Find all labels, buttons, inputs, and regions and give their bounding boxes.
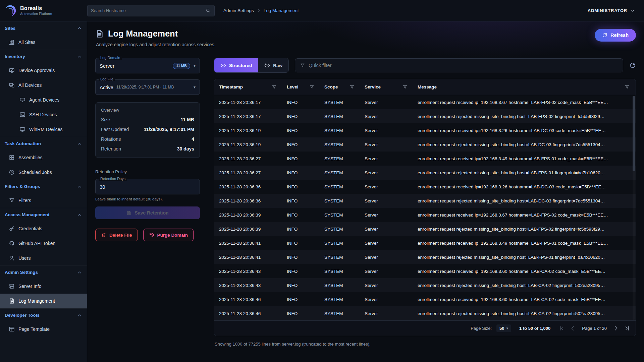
structured-toggle[interactable]: Structured [214, 58, 258, 72]
log-row[interactable]: 2025-11-28 20:36:27 INFO SYSTEM Server e… [214, 166, 636, 180]
page-subtitle: Analyze engine logs and adjust retention… [96, 42, 215, 47]
delete-file-button[interactable]: Delete File [95, 229, 138, 241]
log-file-select[interactable]: Log File Active 11/28/2025, 9:17:01 PM ·… [95, 79, 200, 95]
breadcrumb-admin-settings[interactable]: Admin Settings [223, 8, 254, 13]
log-table: Timestamp Level Scope [214, 79, 636, 336]
retention-helper-text: Leave blank to inherit default (30 days)… [95, 197, 200, 201]
page-size-label: Page Size: [471, 326, 492, 331]
column-header[interactable]: Service [361, 84, 414, 89]
sidebar-section-header[interactable]: Inventory [0, 50, 87, 63]
column-header[interactable]: Level [283, 84, 320, 89]
hostname-search-input[interactable] [91, 8, 203, 13]
cell-service: Server [361, 198, 414, 203]
retention-policy-heading: Retention Policy [95, 169, 200, 174]
log-table-body: 2025-11-28 20:36:17 INFO SYSTEM Server e… [214, 95, 636, 320]
log-domain-select[interactable]: Log Domain Server 11 MB ▾ [95, 58, 200, 73]
sidebar-item[interactable]: Device Approvals [0, 63, 87, 78]
sidebar-item-label: Device Approvals [18, 68, 55, 73]
log-row[interactable]: 2025-11-28 20:36:43 INFO SYSTEM Server e… [214, 264, 636, 278]
retention-days-field[interactable]: Retention Days [95, 179, 200, 194]
retention-days-input[interactable] [100, 184, 196, 190]
log-row[interactable]: 2025-11-28 20:36:39 INFO SYSTEM Server e… [214, 208, 636, 222]
column-header[interactable]: Message [414, 84, 636, 89]
cell-service: Server [361, 269, 414, 274]
log-row[interactable]: 2025-11-28 20:36:41 INFO SYSTEM Server e… [214, 250, 636, 264]
sidebar-item-label: Scheduled Jobs [18, 170, 52, 175]
log-row[interactable]: 2025-11-28 20:36:36 INFO SYSTEM Server e… [214, 194, 636, 208]
sidebar-item[interactable]: Filters [0, 193, 87, 208]
log-row[interactable]: 2025-11-28 20:36:19 INFO SYSTEM Server e… [214, 137, 636, 152]
log-row[interactable]: 2025-11-28 20:36:36 INFO SYSTEM Server e… [214, 180, 636, 194]
sidebar-item[interactable]: GitHub API Token [0, 236, 87, 251]
sidebar-item[interactable]: Server Info [0, 279, 87, 294]
sidebar-item[interactable]: Page Template [0, 322, 87, 337]
filter-icon[interactable] [350, 84, 355, 89]
page-size-select[interactable]: 50 ▾ [496, 324, 511, 332]
log-row[interactable]: 2025-11-28 20:36:43 INFO SYSTEM Server e… [214, 278, 636, 292]
filter-icon[interactable] [309, 84, 314, 89]
last-page-icon[interactable] [624, 325, 630, 331]
sidebar-item[interactable]: SSH Devices [0, 107, 87, 122]
reload-logs-icon[interactable] [629, 62, 636, 69]
log-row[interactable]: 2025-11-28 20:36:41 INFO SYSTEM Server e… [214, 236, 636, 250]
cell-message: enrollment request rejected missing_site… [414, 255, 636, 260]
filter-icon[interactable] [402, 84, 408, 89]
sidebar-item[interactable]: All Sites [0, 35, 87, 50]
quick-filter-input[interactable] [309, 63, 618, 68]
log-row[interactable]: 2025-11-28 20:36:19 INFO SYSTEM Server e… [214, 123, 636, 137]
prev-page-icon[interactable] [570, 325, 576, 331]
column-header-label: Scope [324, 84, 338, 89]
sidebar-item[interactable]: Credentials [0, 221, 87, 236]
sidebar-item[interactable]: Log Management [0, 294, 87, 308]
cell-timestamp: 2025-11-28 20:36:36 [214, 184, 283, 189]
refresh-button[interactable]: Refresh [595, 29, 636, 42]
column-header[interactable]: Scope [320, 84, 361, 89]
sidebar-section-header[interactable]: Task Automation [0, 137, 87, 150]
log-row[interactable]: 2025-11-28 20:36:27 INFO SYSTEM Server e… [214, 152, 636, 166]
cell-level: INFO [283, 269, 320, 274]
sidebar-section-header[interactable]: Access Management [0, 208, 87, 221]
cell-level: INFO [283, 213, 320, 218]
next-page-icon[interactable] [613, 325, 619, 331]
raw-toggle[interactable]: Raw [258, 58, 288, 72]
sidebar-section-header[interactable]: Sites [0, 21, 87, 35]
table-scrollbar-thumb[interactable] [633, 96, 635, 171]
filter-icon[interactable] [625, 84, 630, 89]
user-menu[interactable]: ADMINISTRATOR [588, 8, 635, 13]
cell-message: enrollment request received ip=192.168.3… [414, 297, 636, 302]
refresh-icon [602, 33, 607, 38]
log-row[interactable]: 2025-11-28 20:36:17 INFO SYSTEM Server e… [214, 95, 636, 109]
cell-scope: SYSTEM [320, 156, 361, 161]
sidebar-section-title: Inventory [5, 54, 25, 59]
save-retention-button[interactable]: Save Retention [95, 206, 200, 219]
sidebar-item[interactable]: Users [0, 251, 87, 265]
column-header[interactable]: Timestamp [214, 84, 283, 89]
log-row[interactable]: 2025-11-28 20:36:46 INFO SYSTEM Server e… [214, 306, 636, 320]
sidebar-item[interactable]: Scheduled Jobs [0, 165, 87, 180]
first-page-icon[interactable] [558, 325, 565, 331]
log-row[interactable]: 2025-11-28 20:36:46 INFO SYSTEM Server e… [214, 292, 636, 306]
sidebar-item[interactable]: Agent Devices [0, 93, 87, 107]
log-row[interactable]: 2025-11-28 20:36:39 INFO SYSTEM Server e… [214, 222, 636, 236]
quick-filter[interactable] [295, 58, 623, 72]
sidebar-section-header[interactable]: Admin Settings [0, 265, 87, 279]
purge-domain-button[interactable]: Purge Domain [143, 229, 194, 241]
sidebar-item[interactable]: Assemblies [0, 150, 87, 165]
sidebar-section-header[interactable]: Filters & Groups [0, 180, 87, 193]
sidebar-item[interactable]: WinRM Devices [0, 122, 87, 137]
overview-row: Last Updated 11/28/2025, 9:17:01 PM [101, 127, 194, 132]
hostname-search[interactable] [87, 5, 215, 16]
sidebar-item-label: All Sites [18, 40, 36, 45]
github-icon [9, 240, 15, 246]
cell-message: enrollment request received ip=192.168.3… [414, 184, 636, 189]
eye-icon [220, 63, 226, 68]
cell-message: enrollment request rejected missing_site… [414, 227, 636, 232]
sidebar-section-header[interactable]: Developer Tools [0, 308, 87, 322]
cell-level: INFO [283, 283, 320, 288]
sidebar-item[interactable]: All Devices [0, 78, 87, 93]
log-row[interactable]: 2025-11-28 20:36:17 INFO SYSTEM Server e… [214, 109, 636, 123]
cell-service: Server [361, 227, 414, 232]
cell-timestamp: 2025-11-28 20:36:39 [214, 213, 283, 218]
filter-icon[interactable] [272, 84, 277, 89]
cell-level: INFO [283, 227, 320, 232]
